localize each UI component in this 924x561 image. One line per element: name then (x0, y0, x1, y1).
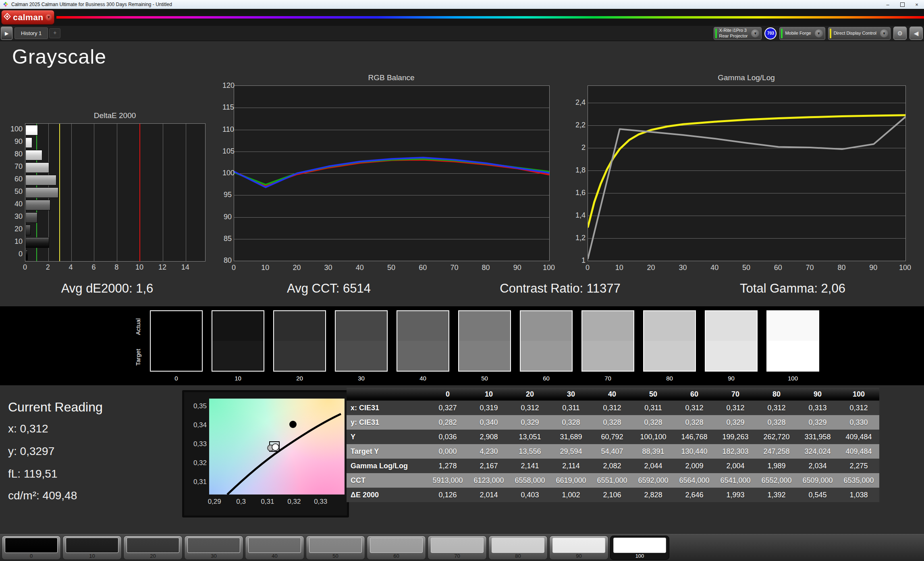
pattern-level-button-90[interactable]: 90 (549, 536, 608, 560)
pattern-level-button-20[interactable]: 20 (123, 536, 183, 560)
meter-dropdown-display-control[interactable]: Direct Display Control ▼ (828, 27, 891, 40)
pattern-level-button-100[interactable]: 100 (610, 536, 669, 560)
pattern-level-button-0[interactable]: 0 (2, 536, 61, 560)
table-cell: 6592,000 (633, 473, 674, 488)
pattern-level-button-40[interactable]: 40 (245, 536, 304, 560)
y-axis-tick-label: 100 (222, 169, 232, 177)
table-column-header: 30 (550, 388, 592, 401)
minimize-icon[interactable]: – (880, 0, 895, 9)
meter-dropdown-xrite[interactable]: X-Rite i1Pro 3 Rear Projector ▼ (714, 27, 762, 40)
target-half (212, 341, 264, 371)
chevron-down-icon: ▼ (46, 14, 52, 21)
maximize-icon[interactable] (895, 0, 909, 9)
window-titlebar: Calman 2025 Calman Ultimate for Business… (0, 0, 924, 9)
table-row-label: y: CIE31 (347, 415, 427, 430)
grayscale-swatch-strip: Actual Target 0102030405060708090100 (0, 306, 924, 385)
target-half (644, 341, 695, 371)
table-cell: 0,036 (427, 430, 468, 444)
x-axis-tick-label: 20 (642, 264, 660, 272)
x-axis-tick-label: 12 (154, 263, 171, 272)
gridline (71, 124, 72, 261)
calman-menu-button[interactable]: calman ▼ (1, 10, 54, 25)
chevron-down-icon: ▼ (751, 29, 759, 37)
close-icon[interactable]: × (909, 0, 924, 9)
pattern-level-button-10[interactable]: 10 (62, 536, 122, 560)
level-color-patch (492, 538, 544, 553)
swatch-level-label: 40 (397, 375, 449, 382)
pattern-level-button-50[interactable]: 50 (306, 536, 365, 560)
reading-x: x: 0,312 (8, 422, 48, 435)
calman-app-icon (3, 2, 8, 7)
current-reading-dot (272, 443, 279, 451)
table-column-header (347, 388, 427, 401)
level-label: 70 (428, 553, 486, 559)
y-axis-tick-label: 60 (7, 175, 23, 183)
table-column-header: 0 (427, 388, 468, 401)
deltae-bar (25, 175, 56, 185)
tab-row: ▶ History 1 + X-Rite i1Pro 3 Rear Projec… (0, 26, 924, 41)
table-cell: 0,328 (592, 415, 633, 430)
y-axis-tick-label: 2,2 (575, 121, 586, 129)
deltae-bar (25, 125, 38, 135)
table-column-header: 20 (509, 388, 550, 401)
pattern-level-button-60[interactable]: 60 (367, 536, 426, 560)
pattern-level-button-70[interactable]: 70 (428, 536, 487, 560)
table-cell: 13,051 (509, 430, 550, 444)
table-cell: 0,328 (633, 415, 674, 430)
gamma-chart-title: Gamma Log/Log (588, 73, 905, 82)
x-axis-tick-label: 0 (225, 264, 243, 272)
y-axis-tick-label: 1,2 (575, 234, 586, 242)
calman-logo-text: calman (13, 12, 43, 22)
actual-half (151, 311, 202, 341)
target-half (459, 341, 510, 371)
table-cell: 0,545 (797, 488, 838, 502)
gridline (186, 124, 186, 261)
meter-mode-badge[interactable]: 703 (764, 27, 777, 39)
display-control-label: Direct Display Control (834, 31, 876, 36)
table-cell: 6509,000 (797, 473, 838, 488)
meter-sublabel: Rear Projector (719, 33, 748, 38)
Measured-line (588, 117, 905, 258)
table-row-label: Target Y (347, 444, 427, 459)
rgb-chart-title: RGB Balance (234, 73, 549, 82)
source-label: Mobile Forge (785, 31, 811, 36)
gridline (163, 124, 163, 261)
table-cell: 6541,000 (715, 473, 756, 488)
y-axis-tick-label: 1,6 (575, 189, 586, 197)
grayscale-swatch (150, 310, 203, 372)
swatch-level-label: 0 (150, 375, 203, 382)
settings-button[interactable]: ⚙ (893, 27, 907, 40)
y-axis-tick-label: 105 (222, 147, 232, 156)
x-axis-tick-label: 30 (674, 264, 691, 272)
collapse-panel-button[interactable]: ◀ (909, 27, 923, 40)
deltae-chart-title: DeltaE 2000 (25, 111, 205, 120)
deltae-bar (25, 200, 50, 210)
x-axis-tick-label: 60 (769, 264, 787, 272)
table-cell: 0,328 (674, 415, 715, 430)
level-label: 20 (124, 553, 182, 559)
x-axis-tick-label: 80 (477, 264, 495, 272)
table-column-header: 100 (838, 388, 879, 401)
x-axis-tick-label: 4 (62, 263, 80, 272)
level-label: 50 (306, 553, 365, 559)
level-label: 60 (367, 553, 426, 559)
stat-avg-de2000: Avg dE2000: 1,6 (27, 281, 188, 300)
table-row-label: Gamma Log/Log (347, 459, 427, 473)
table-cell: 0,319 (468, 401, 509, 415)
x-axis-tick-label: 14 (176, 263, 194, 272)
tab-history-1[interactable]: History 1 (15, 27, 48, 39)
expand-history-button[interactable]: ▶ (1, 27, 12, 40)
x-axis-tick-label: 10 (256, 264, 274, 272)
pattern-level-button-30[interactable]: 30 (184, 536, 243, 560)
meter-dropdown-source[interactable]: Mobile Forge ▼ (779, 27, 825, 40)
table-cell: 1,038 (838, 488, 879, 502)
meter-label: X-Rite i1Pro 3 (719, 28, 747, 33)
swatch-level-label: 20 (273, 375, 326, 382)
table-cell: 331,958 (797, 430, 838, 444)
add-tab-button[interactable]: + (49, 28, 60, 38)
swatch-level-label: 30 (335, 375, 388, 382)
calman-logo-icon (4, 13, 11, 22)
y-axis-tick-label: 85 (222, 235, 232, 243)
reference-white-dot (289, 421, 297, 428)
pattern-level-button-80[interactable]: 80 (488, 536, 548, 560)
